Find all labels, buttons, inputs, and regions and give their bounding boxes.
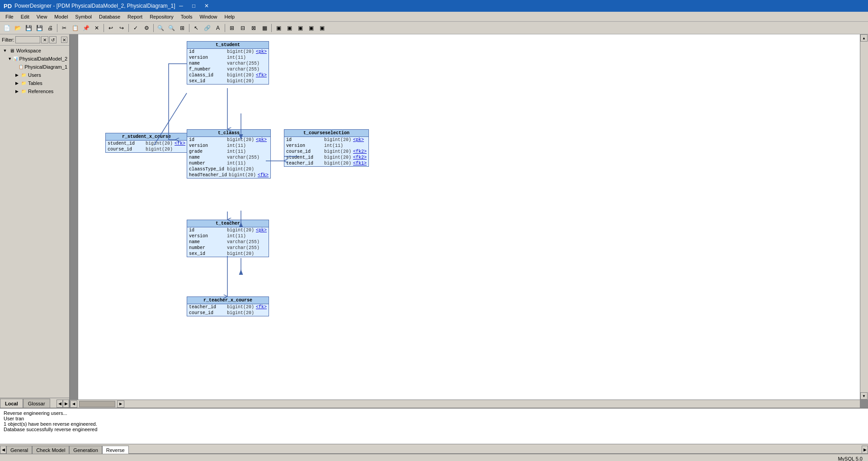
tb-extra2[interactable]: ▣ xyxy=(284,23,294,33)
tb-text[interactable]: A xyxy=(213,23,223,33)
toolbar1: 📄 📂 💾 💾 🖨 ✂ 📋 📌 ✕ ↩ ↪ ✓ ⚙ 🔍 🔍 ⊞ ↖ 🔗 A ⊞ … xyxy=(0,22,868,34)
col-id-cs: idbigint(20)<pk> xyxy=(284,137,368,143)
menu-repository[interactable]: Repository xyxy=(146,12,177,22)
tb-extra3[interactable]: ▣ xyxy=(295,23,305,33)
diagram-connectors xyxy=(78,34,860,400)
canvas-area[interactable]: t_student idbigint(20)<pk> versionint(11… xyxy=(70,34,868,408)
log-tab-checkmodel[interactable]: Check Model xyxy=(32,446,69,454)
table-t-courseselection[interactable]: t_courseselection idbigint(20)<pk> versi… xyxy=(284,129,369,167)
tree-item-references[interactable]: ▶ 📁 References xyxy=(1,87,68,95)
scroll-left-btn[interactable]: ◀ xyxy=(70,400,77,408)
tree-item-users[interactable]: ▶ 📁 Users xyxy=(1,71,68,79)
tb-select[interactable]: ↖ xyxy=(191,23,201,33)
scroll-right-btn[interactable]: ▶ xyxy=(117,400,124,408)
log-line-5: Database successfully reverse engineered xyxy=(4,427,864,432)
menu-symbol[interactable]: Symbol xyxy=(71,12,95,22)
col-version-cs: versionint(11) xyxy=(284,143,368,149)
close-panel-btn[interactable]: ✕ xyxy=(61,37,67,43)
left-tab-glossar[interactable]: Glossar xyxy=(23,399,50,408)
filter-input[interactable] xyxy=(15,36,40,43)
tb-save-all[interactable]: 💾 xyxy=(34,23,44,33)
tb-extra5[interactable]: ▣ xyxy=(317,23,327,33)
expander-tables[interactable]: ▶ xyxy=(14,80,20,86)
maximize-button[interactable]: □ xyxy=(188,1,200,10)
col-id-claass: idbigint(20)<pk> xyxy=(187,137,270,143)
sep7 xyxy=(271,24,272,32)
menu-window[interactable]: Window xyxy=(196,12,221,22)
log-tabs-arrow-left[interactable]: ◀ xyxy=(0,446,6,454)
tree-item-pdm[interactable]: ▼ 📊 PhysicalDataModel_2 xyxy=(1,55,68,63)
tb-open[interactable]: 📂 xyxy=(13,23,23,33)
close-button[interactable]: ✕ xyxy=(201,1,212,10)
left-tab-local[interactable]: Local xyxy=(0,399,23,408)
right-scrollbar[interactable]: ▲ ▼ xyxy=(860,34,868,400)
log-tab-generation[interactable]: Generation xyxy=(69,446,102,454)
tb-delete[interactable]: ✕ xyxy=(92,23,102,33)
col-studentid-cs: student_idbigint(20)<fk2> xyxy=(284,155,368,160)
filter-refresh-btn[interactable]: ↺ xyxy=(49,36,57,43)
col-courseid-rsc: course_idbigint(20) xyxy=(106,146,187,152)
menu-help[interactable]: Help xyxy=(221,12,239,22)
bottom-scrollbar[interactable]: ◀ ▶ xyxy=(70,400,860,408)
scroll-up-btn[interactable]: ▲ xyxy=(860,34,868,42)
tb-undo[interactable]: ↩ xyxy=(106,23,116,33)
left-panel-arrow-left[interactable]: ◀ xyxy=(57,400,63,408)
tb-redo[interactable]: ↪ xyxy=(117,23,127,33)
menu-model[interactable]: Model xyxy=(51,12,71,22)
expander-pdm[interactable]: ▼ xyxy=(7,56,12,62)
tb-fit[interactable]: ⊞ xyxy=(177,23,187,33)
menu-file[interactable]: File xyxy=(2,12,17,22)
tb-layout[interactable]: ▦ xyxy=(259,23,269,33)
table-header-r-student-x-course: r_student_x_course xyxy=(106,133,187,141)
scroll-bar-thumb[interactable] xyxy=(79,401,115,407)
sep2 xyxy=(104,24,104,32)
tb-new[interactable]: 📄 xyxy=(2,23,12,33)
menu-database[interactable]: Database xyxy=(95,12,124,22)
tb-zoom-out[interactable]: 🔍 xyxy=(166,23,176,33)
tb-save[interactable]: 💾 xyxy=(24,23,33,33)
log-line-3: 1 object(s) have been reverse engineered… xyxy=(4,421,864,427)
connectors-layer xyxy=(78,34,860,400)
col-number-teacher: numbervarchar(255) xyxy=(187,245,269,251)
menu-report[interactable]: Report xyxy=(124,12,146,22)
table-t-teacher[interactable]: t_teacher idbigint(20)<pk> versionint(11… xyxy=(187,220,269,257)
tb-extra1[interactable]: ▣ xyxy=(274,23,283,33)
table-r-teacher-x-course[interactable]: r_teacher_x_course teacher_idbigint(20)<… xyxy=(187,296,269,316)
tb-copy[interactable]: 📋 xyxy=(70,23,80,33)
tb-align-left[interactable]: ⊞ xyxy=(227,23,237,33)
table-header-r-teacher-x-course: r_teacher_x_course xyxy=(187,297,269,304)
log-tab-reverse[interactable]: Reverse xyxy=(102,446,129,454)
tree-item-workspace[interactable]: ▼ 🖥 Workspace xyxy=(1,47,68,55)
table-t-student[interactable]: t_student idbigint(20)<pk> versionint(11… xyxy=(187,41,269,85)
tb-print[interactable]: 🖨 xyxy=(45,23,55,33)
expander-users[interactable]: ▶ xyxy=(14,72,20,78)
tb-extra4[interactable]: ▣ xyxy=(306,23,316,33)
tb-paste[interactable]: 📌 xyxy=(81,23,91,33)
minimize-button[interactable]: ─ xyxy=(175,1,187,10)
menu-tools[interactable]: Tools xyxy=(177,12,196,22)
workspace-icon: 🖥 xyxy=(8,47,15,54)
pdm-icon: 📊 xyxy=(12,55,18,62)
log-tabs-arrow-right[interactable]: ▶ xyxy=(862,446,868,454)
log-tab-general[interactable]: General xyxy=(6,446,32,454)
tb-generate[interactable]: ⚙ xyxy=(142,23,151,33)
expander-references[interactable]: ▶ xyxy=(14,88,20,94)
left-panel-arrow-right[interactable]: ▶ xyxy=(63,400,69,408)
menu-edit[interactable]: Edit xyxy=(17,12,33,22)
menu-view[interactable]: View xyxy=(33,12,51,22)
tb-zoom-in[interactable]: 🔍 xyxy=(156,23,165,33)
titlebar: PD PowerDesigner - [PDM PhysicalDataMode… xyxy=(0,0,868,12)
tree-item-diagram[interactable]: ▶ 📋 PhysicalDiagram_1 xyxy=(1,63,68,71)
tb-align-center[interactable]: ⊟ xyxy=(238,23,248,33)
tb-align-right[interactable]: ⊠ xyxy=(249,23,259,33)
col-claasstype-claass: claassType_idbigint(20) xyxy=(187,166,270,172)
tb-check[interactable]: ✓ xyxy=(131,23,141,33)
tree-item-tables[interactable]: ▶ 📁 Tables xyxy=(1,79,68,87)
table-r-student-x-course[interactable]: r_student_x_course student_idbigint(20)<… xyxy=(105,133,188,153)
table-t-claass[interactable]: t_claass idbigint(20)<pk> versionint(11)… xyxy=(187,129,271,179)
filter-clear-btn[interactable]: ✕ xyxy=(41,36,48,43)
scroll-down-btn[interactable]: ▼ xyxy=(860,392,868,400)
expander-workspace[interactable]: ▼ xyxy=(2,47,8,54)
tb-cut[interactable]: ✂ xyxy=(59,23,69,33)
tb-link[interactable]: 🔗 xyxy=(202,23,212,33)
